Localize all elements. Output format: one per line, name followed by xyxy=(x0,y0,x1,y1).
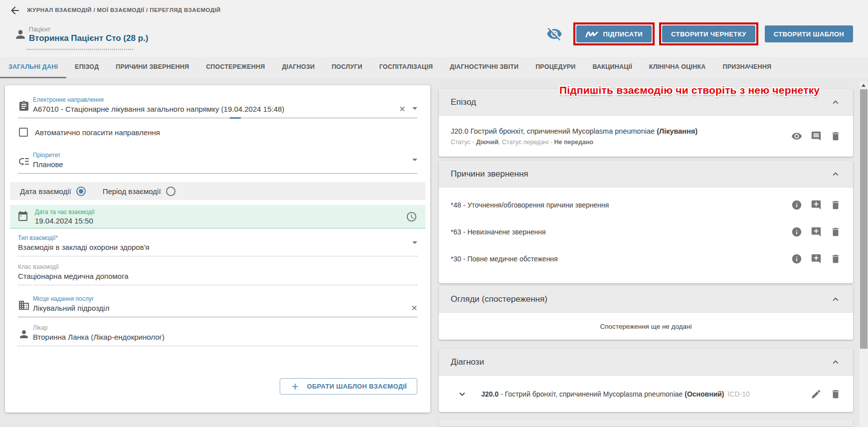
auto-repay-label: Автоматично погасити направлення xyxy=(35,128,160,137)
episode-item-title: J20.0 Гострий бронхіт, спричинений Mycop… xyxy=(451,127,697,135)
episode-item-text: J20.0 Гострий бронхіт, спричинений Mycop… xyxy=(451,127,657,135)
episode-status-label: Статус - xyxy=(451,139,476,146)
tab-general-data[interactable]: ЗАГАЛЬНІ ДАНІ xyxy=(0,56,66,78)
scrollbar-up-arrow[interactable] xyxy=(862,84,866,87)
tab-procedures[interactable]: ПРОЦЕДУРИ xyxy=(527,56,584,78)
episode-status-value: Діючий xyxy=(476,139,499,146)
interaction-type-label: Тип взаємодії* xyxy=(18,234,417,241)
diagnosis-type: (Основний) xyxy=(685,390,724,398)
patient-name: Вторинка Пацієнт Сто (28 р.) xyxy=(29,33,148,43)
tab-diagnostic-reports[interactable]: ДІАГНОСТИЧНІ ЗВІТИ xyxy=(441,56,527,78)
sign-button[interactable]: ПІДПИСАТИ xyxy=(576,25,652,42)
date-mode-period-radio[interactable] xyxy=(166,187,175,196)
diagnosis-delete-icon[interactable] xyxy=(830,389,841,400)
auto-repay-row: Автоматично погасити направлення xyxy=(19,128,417,137)
referral-clear-icon[interactable]: × xyxy=(399,103,405,114)
priority-field[interactable]: Пріоритет Планове xyxy=(18,152,417,174)
diagnosis-row: J20.0 - Гострий бронхіт, спричинений Myc… xyxy=(439,376,853,412)
clock-icon[interactable] xyxy=(406,211,417,222)
referral-focus-indicator xyxy=(230,117,241,119)
create-draft-button[interactable]: СТВОРИТИ ЧЕРНЕТКУ xyxy=(662,25,755,42)
doctor-avatar-icon xyxy=(18,328,30,340)
referral-dropdown-icon[interactable] xyxy=(412,107,417,110)
reason-delete-icon[interactable] xyxy=(830,253,841,264)
tab-prescriptions[interactable]: ПРИЗНАЧЕННЯ xyxy=(714,56,780,78)
priority-dropdown-icon[interactable] xyxy=(412,159,417,161)
referral-value: А67010 - Стаціонарне лікування загальног… xyxy=(33,105,417,113)
reason-delete-icon[interactable] xyxy=(830,200,841,211)
date-mode-date-radio[interactable] xyxy=(76,187,86,196)
reason-info-icon[interactable] xyxy=(791,253,802,264)
interaction-type-value: Взаємодія в закладі охорони здоров'я xyxy=(18,243,417,251)
priority-value: Планове xyxy=(33,160,417,169)
reasons-collapse-icon[interactable] xyxy=(830,169,841,180)
reason-info-icon[interactable] xyxy=(791,200,802,211)
tab-services[interactable]: ПОСЛУГИ xyxy=(323,56,370,78)
header: ЖУРНАЛ ВЗАЄМОДІЙ / МОЇ ВЗАЄМОДІЇ / ПЕРЕГ… xyxy=(0,0,868,56)
datetime-field[interactable]: Дата та час взаємодії 19.04.2024 15:50 xyxy=(10,205,425,228)
tab-diagnoses[interactable]: ДІАГНОЗИ xyxy=(274,56,324,78)
reason-info-icon[interactable] xyxy=(791,226,802,237)
draft-button-highlight: СТВОРИТИ ЧЕРНЕТКУ xyxy=(659,22,758,45)
next-panel-partial xyxy=(439,419,853,427)
interaction-type-dropdown-icon[interactable] xyxy=(412,241,417,244)
doctor-value: Вторинна Ланка (Лікар-ендокринолог) xyxy=(33,333,417,341)
episode-panel-title: Епізод xyxy=(451,97,476,107)
tab-observations[interactable]: СПОСТЕРЕЖЕННЯ xyxy=(197,56,273,78)
datetime-label: Дата та час взаємодії xyxy=(35,209,415,215)
episode-transfer-value: Не передано xyxy=(554,139,593,146)
reason-text: *48 - Уточнення/обговорення причини звер… xyxy=(451,201,609,209)
tab-episode[interactable]: ЕПІЗОД xyxy=(66,56,107,78)
date-mode-period: Період взаємодії xyxy=(103,187,175,196)
sign-button-label: ПІДПИСАТИ xyxy=(603,30,643,38)
tab-reasons[interactable]: ПРИЧИНИ ЗВЕРНЕННЯ xyxy=(107,56,197,78)
reason-add-comment-icon[interactable] xyxy=(811,226,822,237)
reason-text: *63 - Невизначене звернення xyxy=(451,228,546,236)
date-mode-period-label: Період взаємодії xyxy=(103,187,161,196)
service-place-field[interactable]: Місце надання послуг Лікувальний підрозд… xyxy=(18,295,417,317)
service-place-label: Місце надання послуг xyxy=(33,295,417,302)
patient-avatar-icon xyxy=(14,28,27,41)
service-place-clear-icon[interactable]: × xyxy=(411,302,417,313)
diagnosis-edit-icon[interactable] xyxy=(811,389,822,400)
scrollbar-thumb[interactable] xyxy=(860,89,868,349)
create-template-button[interactable]: СТВОРИТИ ШАБЛОН xyxy=(765,25,853,42)
episode-comment-icon[interactable] xyxy=(811,131,822,142)
tab-clinical-assessment[interactable]: КЛІНІЧНА ОЦІНКА xyxy=(641,56,714,78)
reasons-panel: Причини звернення *48 - Уточнення/обгово… xyxy=(439,161,853,283)
reason-delete-icon[interactable] xyxy=(830,226,841,237)
episode-panel: Епізод J20.0 Гострий бронхіт, спричинени… xyxy=(439,89,853,157)
episode-item: J20.0 Гострий бронхіт, спричинений Mycop… xyxy=(439,116,853,157)
diagnosis-description: - Гострий бронхіт, спричинений Mycoplasm… xyxy=(499,390,685,398)
diagnosis-code: J20.0 xyxy=(481,390,499,398)
referral-clipboard-icon xyxy=(18,100,30,112)
referral-field[interactable]: Електронне направлення А67010 - Стаціона… xyxy=(18,96,417,118)
tab-vaccinations[interactable]: ВАКЦИНАЦІЇ xyxy=(584,56,641,78)
episode-collapse-icon[interactable] xyxy=(830,97,841,108)
visibility-off-icon[interactable] xyxy=(546,26,562,42)
auto-repay-checkbox[interactable] xyxy=(19,128,28,137)
scrollbar[interactable] xyxy=(860,81,868,427)
choose-interaction-template-button[interactable]: ОБРАТИ ШАБЛОН ВЗАЄМОДІЇ xyxy=(280,378,417,395)
patient-separator xyxy=(26,49,133,50)
reason-add-comment-icon[interactable] xyxy=(811,200,822,211)
episode-delete-icon[interactable] xyxy=(830,131,841,142)
interaction-type-field[interactable]: Тип взаємодії* Взаємодія в закладі охоро… xyxy=(18,234,417,256)
diagnoses-panel-header: Діагнози xyxy=(439,349,853,376)
reasons-panel-title: Причини звернення xyxy=(451,169,528,179)
priority-label: Пріоритет xyxy=(33,152,417,159)
diagnosis-expand-icon[interactable] xyxy=(457,389,468,400)
tab-hospitalization[interactable]: ГОСПІТАЛІЗАЦІЯ xyxy=(371,56,442,78)
episode-transfer-label: , Статус передачі - xyxy=(499,139,554,146)
reason-add-comment-icon[interactable] xyxy=(811,253,822,264)
priority-icon xyxy=(18,156,30,168)
reason-row: *48 - Уточнення/обговорення причини звер… xyxy=(451,192,841,218)
episode-view-icon[interactable] xyxy=(791,131,802,142)
diagnoses-collapse-icon[interactable] xyxy=(830,357,841,368)
datetime-value: 19.04.2024 15:50 xyxy=(35,216,415,225)
episode-item-type: (Лікування) xyxy=(657,127,697,135)
draft-button-label: СТВОРИТИ ЧЕРНЕТКУ xyxy=(671,30,746,38)
observations-collapse-icon[interactable] xyxy=(830,294,841,305)
choose-template-label: ОБРАТИ ШАБЛОН ВЗАЄМОДІЇ xyxy=(307,383,407,390)
back-arrow-icon[interactable] xyxy=(9,4,21,16)
